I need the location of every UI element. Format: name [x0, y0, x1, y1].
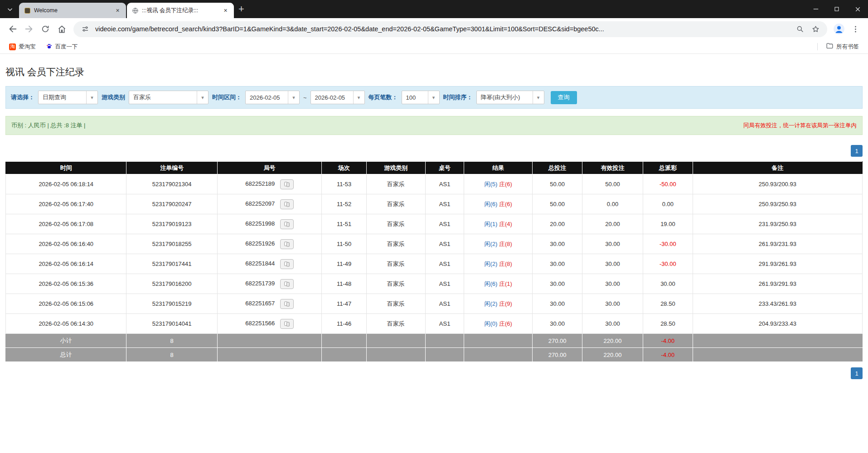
url-text[interactable]: videoie.com/game/betrecord_search/kind3?…: [95, 25, 790, 33]
address-bar[interactable]: videoie.com/game/betrecord_search/kind3?…: [73, 21, 827, 37]
game-kind-select[interactable]: 百家乐 ▾: [129, 91, 209, 104]
tab-welcome[interactable]: Welcome ×: [19, 3, 126, 18]
round-cell: 682251926: [217, 234, 322, 254]
dropdown-arrow-icon[interactable]: ▾: [353, 91, 364, 104]
bet-id-cell: 523179014041: [126, 314, 217, 334]
player-result: 闲(0): [485, 320, 498, 327]
banker-result: 庄(8): [499, 260, 512, 267]
sort-select[interactable]: 降幂(由大到小) ▾: [476, 91, 544, 104]
valid-bet-cell: 30.00: [582, 254, 643, 274]
dropdown-arrow-icon[interactable]: ▾: [428, 91, 439, 104]
bet-id-cell: 523179019123: [126, 214, 217, 234]
cards-icon: [283, 280, 291, 288]
total-bet-cell[interactable]: 20.00: [533, 214, 582, 234]
table-no-cell: AS1: [426, 174, 464, 194]
bookmark-star-icon[interactable]: [810, 24, 821, 34]
total-bet-cell[interactable]: 50.00: [533, 194, 582, 214]
note-cell: 291.93/261.93: [693, 254, 862, 274]
bet-id-cell: 523179015219: [126, 294, 217, 314]
result-cell: 闲(1) 庄(4): [464, 214, 533, 234]
page-content: 视讯 会员下注纪录 请选择： 日期查询 ▾ 游戏类别 百家乐 ▾ 时间区间： 2…: [0, 66, 868, 379]
total-bet-cell[interactable]: 30.00: [533, 314, 582, 334]
menu-kebab-icon[interactable]: [847, 21, 863, 37]
site-settings-icon[interactable]: [80, 24, 91, 34]
query-type-select[interactable]: 日期查询 ▾: [38, 91, 98, 104]
view-cards-button[interactable]: [280, 179, 294, 189]
all-bookmarks-button[interactable]: 所有书签: [822, 41, 863, 53]
col-result: 结果: [464, 162, 533, 174]
forward-button[interactable]: [21, 21, 37, 37]
total-bet-cell[interactable]: 30.00: [533, 274, 582, 294]
empty-cell: [693, 348, 862, 362]
dropdown-arrow-icon[interactable]: ▾: [86, 91, 97, 104]
subtotal-valid-bet: 220.00: [582, 334, 643, 348]
page-1-button-bottom[interactable]: 1: [851, 367, 863, 379]
view-cards-button[interactable]: [280, 279, 294, 289]
tab-betrecord[interactable]: :::视讯 会员下注纪录::: ×: [127, 3, 234, 18]
view-cards-button[interactable]: [280, 239, 294, 249]
empty-cell: [693, 334, 862, 348]
total-bet-cell[interactable]: 50.00: [533, 174, 582, 194]
round-id: 682251926: [245, 240, 275, 247]
bet-record-table: 时间 注单编号 局号 场次 游戏类别 桌号 结果 总投注 有效投注 总派彩 备注…: [5, 161, 863, 362]
dropdown-arrow-icon[interactable]: ▾: [288, 91, 299, 104]
col-round-id: 局号: [217, 162, 322, 174]
empty-cell: [322, 348, 366, 362]
back-button[interactable]: [5, 21, 21, 37]
tab-search-button[interactable]: [4, 3, 16, 16]
banker-result: 庄(9): [499, 300, 512, 307]
game-kind-cell: 百家乐: [366, 174, 425, 194]
view-cards-button[interactable]: [280, 319, 294, 329]
home-button[interactable]: [53, 21, 70, 37]
close-button[interactable]: [847, 0, 868, 18]
refresh-button[interactable]: [37, 21, 53, 37]
result-cell: 闲(2) 庄(9): [464, 294, 533, 314]
round-id: 682252097: [245, 200, 275, 207]
profile-avatar[interactable]: [831, 21, 847, 37]
date-end-select[interactable]: 2026-02-05 ▾: [310, 91, 365, 104]
maximize-button[interactable]: [826, 0, 847, 18]
col-note: 备注: [693, 162, 862, 174]
result-cell: 闲(6) 庄(6): [464, 194, 533, 214]
search-button[interactable]: 查询: [551, 91, 577, 104]
view-cards-button[interactable]: [280, 219, 294, 229]
minimize-button[interactable]: [805, 0, 826, 18]
dropdown-arrow-icon[interactable]: ▾: [197, 91, 208, 104]
total-bet-cell[interactable]: 30.00: [533, 234, 582, 254]
bookmark-label: 爱淘宝: [19, 43, 36, 51]
view-cards-button[interactable]: [280, 259, 294, 269]
payout-cell: 19.00: [643, 214, 693, 234]
view-cards-button[interactable]: [280, 299, 294, 309]
valid-bet-cell: 30.00: [582, 274, 643, 294]
total-bet-cell[interactable]: 30.00: [533, 254, 582, 274]
zoom-icon[interactable]: [795, 24, 805, 34]
bookmark-aitaobao[interactable]: 淘 爱淘宝: [5, 42, 39, 52]
subtotal-payout: -4.00: [643, 334, 693, 348]
banker-result: 庄(6): [499, 201, 512, 207]
view-cards-button[interactable]: [280, 199, 294, 209]
pagination-bottom: 1: [5, 367, 863, 379]
total-bet-cell[interactable]: 30.00: [533, 294, 582, 314]
col-time: 时间: [6, 162, 126, 174]
bookmark-baidu[interactable]: 百度一下: [42, 41, 82, 52]
refresh-icon: [41, 24, 50, 34]
bet-id-cell: 523179016200: [126, 274, 217, 294]
page-1-button[interactable]: 1: [851, 145, 863, 157]
session-cell: 11-53: [322, 174, 366, 194]
tab-close-icon[interactable]: ×: [114, 7, 121, 14]
table-row: 2026-02-05 06:14:30 523179014041 6822515…: [6, 314, 863, 334]
round-id: 682252189: [245, 180, 275, 187]
tab-close-icon[interactable]: ×: [222, 7, 229, 14]
note-cell: 233.43/261.93: [693, 294, 862, 314]
dropdown-arrow-icon[interactable]: ▾: [533, 91, 544, 104]
new-tab-button[interactable]: +: [238, 4, 244, 14]
empty-cell: [366, 334, 425, 348]
per-page-select[interactable]: 100 ▾: [402, 91, 440, 104]
session-cell: 11-52: [322, 194, 366, 214]
baidu-paw-icon: [46, 43, 53, 51]
table-body: 2026-02-05 06:18:14 523179021304 6822521…: [6, 174, 863, 334]
date-start-select[interactable]: 2026-02-05 ▾: [245, 91, 300, 104]
cards-icon: [283, 201, 291, 208]
game-kind-cell: 百家乐: [366, 294, 425, 314]
col-session: 场次: [322, 162, 366, 174]
